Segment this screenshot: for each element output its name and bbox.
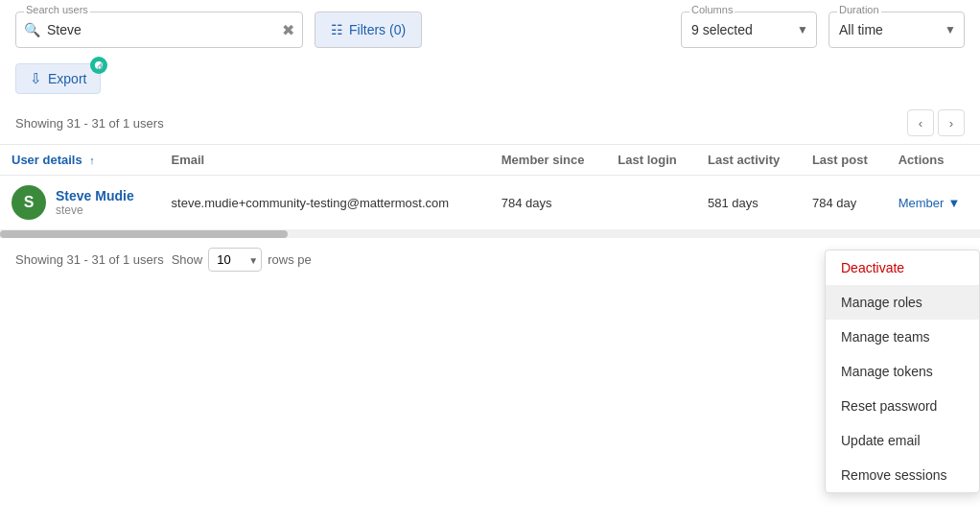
filters-button[interactable]: ☷ Filters (0) [315, 12, 422, 48]
sort-icon: ↑ [89, 155, 95, 166]
showing-count-top: Showing 31 - 31 of 1 users [15, 116, 164, 131]
role-chevron-icon: ▼ [947, 196, 960, 210]
scrollbar-thumb[interactable] [0, 230, 288, 238]
email-cell: steve.mudie+community-testing@mattermost… [160, 176, 490, 230]
users-table-wrapper: User details ↑ Email Member since Last l… [0, 144, 980, 230]
last-login-cell [606, 176, 696, 230]
member-since-cell: 784 days [490, 176, 607, 230]
context-menu-update-email[interactable]: Update email [826, 423, 979, 458]
context-menu-manage-roles[interactable]: Manage roles [826, 285, 979, 320]
col-email: Email [160, 145, 490, 176]
user-info: Steve Mudie steve [56, 188, 134, 217]
context-menu-reset-password[interactable]: Reset password [826, 389, 979, 423]
showing-count-bottom: Showing 31 - 31 of 1 users [15, 252, 164, 267]
prev-page-button[interactable]: ‹ [907, 109, 934, 136]
col-member-since: Member since [490, 145, 607, 176]
columns-select[interactable]: 9 selected [682, 12, 816, 47]
context-menu-manage-tokens[interactable]: Manage tokens [826, 354, 979, 389]
user-details-cell: S Steve Mudie steve [0, 176, 160, 230]
table-header-row: User details ↑ Email Member since Last l… [0, 145, 980, 176]
rows-per-page-select[interactable]: 10 25 50 100 [208, 248, 262, 272]
download-icon: ⇩ [30, 70, 42, 87]
rows-suffix: rows pe [268, 252, 312, 267]
user-cell: S Steve Mudie steve [12, 185, 149, 220]
filter-icon: ☷ [331, 22, 343, 37]
context-menu-remove-sessions[interactable]: Remove sessions [826, 458, 979, 492]
showing-row-top: Showing 31 - 31 of 1 users ‹ › [0, 102, 980, 144]
duration-label: Duration [837, 4, 881, 15]
context-menu-manage-teams[interactable]: Manage teams [826, 320, 979, 354]
context-menu-deactivate[interactable]: Deactivate [826, 250, 979, 285]
col-last-activity: Last activity [696, 145, 801, 176]
export-label: Export [48, 71, 86, 86]
show-rows-wrapper: Show 10 25 50 100 ▼ rows pe [172, 248, 312, 272]
export-badge: 🔗 [90, 57, 107, 74]
actions-cell: Member ▼ [887, 176, 980, 230]
user-username: steve [56, 203, 134, 217]
role-label: Member [898, 196, 945, 210]
svg-text:🔗: 🔗 [97, 61, 105, 70]
show-label: Show [172, 252, 203, 267]
last-activity-cell: 581 days [696, 176, 801, 230]
export-area: ⇩ Export 🔗 [0, 60, 980, 102]
table-row: S Steve Mudie steve steve.mudie+communit… [0, 176, 980, 230]
duration-dropdown-wrapper: Duration All time Last 30 days Last 60 d… [828, 12, 965, 48]
context-menu: Deactivate Manage roles Manage teams Man… [825, 250, 980, 493]
horizontal-scrollbar[interactable] [0, 230, 980, 238]
role-dropdown[interactable]: Member ▼ [898, 196, 961, 210]
col-last-login: Last login [606, 145, 696, 176]
pagination-nav: ‹ › [907, 109, 965, 136]
user-name[interactable]: Steve Mudie [56, 188, 134, 203]
search-label: Search users [24, 4, 90, 15]
export-button[interactable]: ⇩ Export 🔗 [15, 63, 101, 94]
col-last-post: Last post [801, 145, 887, 176]
duration-select[interactable]: All time Last 30 days Last 60 days Last … [829, 12, 964, 47]
search-icon: 🔍 [24, 22, 40, 37]
clear-search-icon[interactable]: ✖ [282, 21, 294, 39]
col-actions: Actions [887, 145, 980, 176]
top-bar: Search users 🔍 ✖ ☷ Filters (0) Columns 9… [0, 0, 980, 60]
columns-dropdown-wrapper: Columns 9 selected ▼ [681, 12, 817, 48]
last-post-cell: 784 day [801, 176, 887, 230]
search-input[interactable] [47, 22, 282, 37]
filters-label: Filters (0) [349, 22, 406, 37]
col-user-details: User details ↑ [0, 145, 160, 176]
search-wrapper: Search users 🔍 ✖ [15, 12, 303, 48]
avatar: S [12, 185, 46, 220]
next-page-button[interactable]: › [938, 109, 965, 136]
users-table: User details ↑ Email Member since Last l… [0, 144, 980, 230]
columns-label: Columns [689, 4, 735, 15]
